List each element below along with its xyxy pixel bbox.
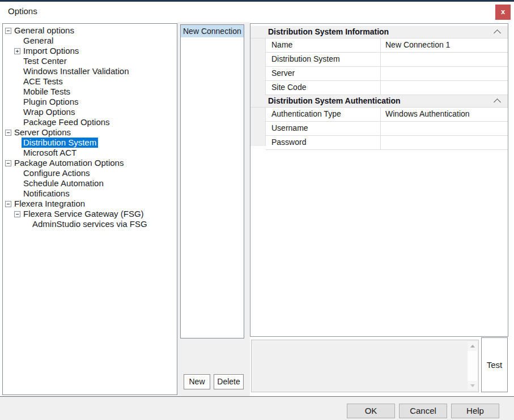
property-row-distribution-system: Distribution System (266, 53, 508, 67)
tree-item-label: Schedule Automation (22, 178, 105, 188)
property-label: Server (266, 67, 380, 80)
property-label: Distribution System (266, 53, 380, 66)
tree-item-ace-tests[interactable]: ACE Tests (3, 76, 177, 87)
property-label: Name (266, 38, 380, 52)
chevron-up-icon[interactable] (494, 98, 501, 106)
property-grid-body: Distribution System InformationNameNew C… (250, 26, 508, 150)
tree-item-flexera-integration[interactable]: Flexera Integration (3, 199, 177, 209)
property-value-field[interactable] (380, 81, 508, 95)
property-row-username: Username (266, 122, 508, 136)
tree-item-flexera-service-gateway-fsg[interactable]: Flexera Service Gateway (FSG) (3, 209, 177, 219)
scroll-down-button[interactable] (468, 381, 477, 391)
close-button[interactable]: x (495, 5, 511, 20)
tree-item-adminstudio-services-via-fsg[interactable]: AdminStudio services via FSG (3, 219, 177, 229)
scrollbar[interactable] (468, 341, 477, 391)
property-value-field[interactable] (380, 53, 508, 66)
chevron-up-icon[interactable] (494, 29, 501, 37)
tree-item-wrap-options[interactable]: Wrap Options (3, 107, 177, 117)
connection-list[interactable]: New Connection 1 (180, 24, 244, 338)
tree-item-label: Wrap Options (22, 107, 77, 117)
property-value-field[interactable] (380, 122, 508, 135)
tree-item-plugin-options[interactable]: Plugin Options (3, 97, 177, 107)
test-button-label: Test (487, 360, 503, 370)
property-label: Username (266, 122, 380, 135)
tree-item-general[interactable]: General (3, 36, 177, 46)
cancel-button[interactable]: Cancel (399, 404, 447, 418)
ok-button[interactable]: OK (347, 404, 395, 418)
delete-button[interactable]: Delete (214, 374, 244, 389)
property-row-server: Server (266, 67, 508, 81)
tree-item-label: AdminStudio services via FSG (31, 219, 149, 229)
tree-item-label: ACE Tests (22, 76, 65, 87)
tree-item-label: Server Options (12, 127, 73, 138)
help-button[interactable]: Help (451, 404, 499, 418)
title-bar: Options x (0, 2, 514, 21)
property-row-name: NameNew Connection 1 (266, 38, 508, 53)
tree-item-label: Microsoft ACT (22, 148, 78, 158)
tree-item-label: Plugin Options (22, 97, 80, 107)
tree-item-mobile-tests[interactable]: Mobile Tests (3, 87, 177, 97)
collapse-minus-icon[interactable] (5, 201, 11, 207)
tree-item-label: Mobile Tests (22, 87, 72, 97)
tree-item-label: Test Center (22, 56, 69, 66)
tree-item-schedule-automation[interactable]: Schedule Automation (3, 178, 177, 188)
tree-item-package-automation-options[interactable]: Package Automation Options (3, 158, 177, 168)
tree-item-label: Notifications (22, 188, 71, 199)
section-header-distribution-system-information[interactable]: Distribution System Information (250, 26, 508, 38)
collapse-minus-icon[interactable] (14, 211, 20, 217)
tree-item-server-options[interactable]: Server Options (3, 127, 177, 138)
tree-item-label: Import Options (22, 46, 80, 56)
tree-item-windows-installer-validation[interactable]: Windows Installer Validation (3, 66, 177, 76)
property-row-site-code: Site Code (266, 81, 508, 95)
tree-item-package-feed-options[interactable]: Package Feed Options (3, 117, 177, 127)
collapse-minus-icon[interactable] (5, 130, 11, 136)
scroll-up-button[interactable] (468, 341, 477, 351)
tree-item-general-options[interactable]: General options (3, 25, 177, 36)
tree-item-label: Distribution System (22, 138, 98, 148)
footer-bar: OK Cancel Help (0, 396, 514, 420)
section-header-distribution-system-authentication[interactable]: Distribution System Authentication (250, 95, 508, 108)
scroll-down-icon (470, 384, 475, 387)
tree-item-label: Flexera Service Gateway (FSG) (22, 209, 146, 219)
collapse-minus-icon[interactable] (5, 160, 11, 166)
close-icon: x (501, 7, 505, 16)
options-tree[interactable]: General optionsGeneralImport OptionsTest… (2, 23, 177, 395)
property-value-field[interactable] (380, 67, 508, 80)
tree-item-microsoft-act[interactable]: Microsoft ACT (3, 148, 177, 158)
property-row-authentication-type: Authentication TypeWindows Authenticatio… (266, 108, 508, 122)
property-value-field[interactable]: New Connection 1 (380, 38, 508, 52)
tree-item-label: Package Feed Options (22, 117, 112, 127)
new-button[interactable]: New (184, 374, 210, 389)
tree-item-label: Flexera Integration (12, 199, 87, 209)
property-value-field[interactable]: Windows Authentication (380, 108, 508, 121)
section-title: Distribution System Information (268, 27, 389, 36)
test-result-box (251, 340, 479, 392)
tree-item-label: General (22, 36, 55, 46)
tree-item-label: General options (12, 25, 76, 36)
section-title: Distribution System Authentication (268, 96, 401, 105)
tree-item-label: Windows Installer Validation (22, 66, 130, 76)
property-value-field[interactable] (380, 136, 508, 149)
tree-item-label: Configure Actions (22, 168, 92, 178)
tree-item-distribution-system[interactable]: Distribution System (3, 138, 177, 148)
connection-list-item[interactable]: New Connection 1 (181, 25, 244, 37)
tree-item-notifications[interactable]: Notifications (3, 188, 177, 199)
property-label: Site Code (266, 81, 380, 95)
options-dialog: Options x General optionsGeneralImport O… (0, 0, 514, 420)
test-button[interactable]: Test (481, 337, 508, 392)
tree-item-import-options[interactable]: Import Options (3, 46, 177, 56)
tree-item-test-center[interactable]: Test Center (3, 56, 177, 66)
tree-item-configure-actions[interactable]: Configure Actions (3, 168, 177, 178)
property-grid: Distribution System InformationNameNew C… (250, 23, 508, 337)
collapse-minus-icon[interactable] (5, 28, 11, 34)
scroll-up-icon (470, 345, 475, 348)
expand-plus-icon[interactable] (14, 48, 20, 54)
tree-item-label: Package Automation Options (12, 158, 125, 168)
property-label: Authentication Type (266, 108, 380, 121)
window-title: Options (8, 6, 37, 16)
property-row-password: Password (266, 136, 508, 150)
property-label: Password (266, 136, 380, 149)
